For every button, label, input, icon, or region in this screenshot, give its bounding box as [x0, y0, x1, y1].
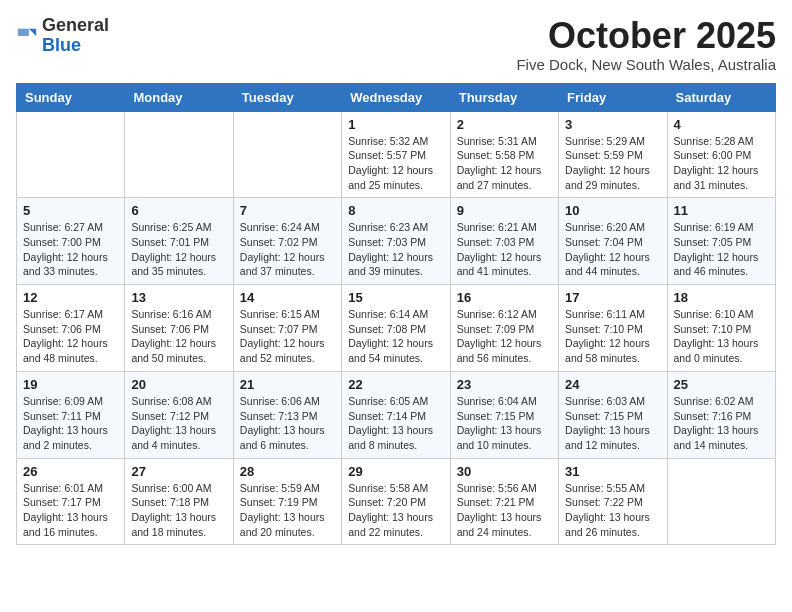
- day-detail: Sunrise: 6:19 AM Sunset: 7:05 PM Dayligh…: [674, 220, 769, 279]
- day-number: 16: [457, 290, 552, 305]
- day-detail: Sunrise: 5:55 AM Sunset: 7:22 PM Dayligh…: [565, 481, 660, 540]
- calendar-cell: 26Sunrise: 6:01 AM Sunset: 7:17 PM Dayli…: [17, 458, 125, 545]
- day-detail: Sunrise: 5:59 AM Sunset: 7:19 PM Dayligh…: [240, 481, 335, 540]
- logo-text: General Blue: [42, 16, 109, 56]
- calendar-cell: [125, 111, 233, 198]
- day-number: 4: [674, 117, 769, 132]
- calendar-cell: 25Sunrise: 6:02 AM Sunset: 7:16 PM Dayli…: [667, 371, 775, 458]
- day-number: 26: [23, 464, 118, 479]
- day-detail: Sunrise: 6:11 AM Sunset: 7:10 PM Dayligh…: [565, 307, 660, 366]
- day-detail: Sunrise: 6:15 AM Sunset: 7:07 PM Dayligh…: [240, 307, 335, 366]
- day-detail: Sunrise: 6:20 AM Sunset: 7:04 PM Dayligh…: [565, 220, 660, 279]
- calendar-cell: 4Sunrise: 5:28 AM Sunset: 6:00 PM Daylig…: [667, 111, 775, 198]
- day-detail: Sunrise: 6:21 AM Sunset: 7:03 PM Dayligh…: [457, 220, 552, 279]
- calendar-cell: 21Sunrise: 6:06 AM Sunset: 7:13 PM Dayli…: [233, 371, 341, 458]
- day-detail: Sunrise: 5:31 AM Sunset: 5:58 PM Dayligh…: [457, 134, 552, 193]
- calendar-cell: [667, 458, 775, 545]
- day-detail: Sunrise: 5:56 AM Sunset: 7:21 PM Dayligh…: [457, 481, 552, 540]
- day-number: 12: [23, 290, 118, 305]
- day-detail: Sunrise: 6:10 AM Sunset: 7:10 PM Dayligh…: [674, 307, 769, 366]
- calendar-cell: 13Sunrise: 6:16 AM Sunset: 7:06 PM Dayli…: [125, 285, 233, 372]
- day-number: 6: [131, 203, 226, 218]
- day-number: 7: [240, 203, 335, 218]
- calendar-cell: 19Sunrise: 6:09 AM Sunset: 7:11 PM Dayli…: [17, 371, 125, 458]
- day-number: 24: [565, 377, 660, 392]
- day-detail: Sunrise: 6:14 AM Sunset: 7:08 PM Dayligh…: [348, 307, 443, 366]
- logo-icon: [16, 25, 38, 47]
- day-number: 15: [348, 290, 443, 305]
- week-row-5: 26Sunrise: 6:01 AM Sunset: 7:17 PM Dayli…: [17, 458, 776, 545]
- calendar-cell: 31Sunrise: 5:55 AM Sunset: 7:22 PM Dayli…: [559, 458, 667, 545]
- day-detail: Sunrise: 6:03 AM Sunset: 7:15 PM Dayligh…: [565, 394, 660, 453]
- calendar-cell: 8Sunrise: 6:23 AM Sunset: 7:03 PM Daylig…: [342, 198, 450, 285]
- day-number: 1: [348, 117, 443, 132]
- calendar-cell: 30Sunrise: 5:56 AM Sunset: 7:21 PM Dayli…: [450, 458, 558, 545]
- day-detail: Sunrise: 6:23 AM Sunset: 7:03 PM Dayligh…: [348, 220, 443, 279]
- calendar-cell: [233, 111, 341, 198]
- calendar-cell: 20Sunrise: 6:08 AM Sunset: 7:12 PM Dayli…: [125, 371, 233, 458]
- month-title: October 2025: [516, 16, 776, 56]
- day-number: 17: [565, 290, 660, 305]
- day-detail: Sunrise: 6:24 AM Sunset: 7:02 PM Dayligh…: [240, 220, 335, 279]
- day-detail: Sunrise: 6:05 AM Sunset: 7:14 PM Dayligh…: [348, 394, 443, 453]
- week-row-4: 19Sunrise: 6:09 AM Sunset: 7:11 PM Dayli…: [17, 371, 776, 458]
- calendar-cell: 22Sunrise: 6:05 AM Sunset: 7:14 PM Dayli…: [342, 371, 450, 458]
- weekday-header-wednesday: Wednesday: [342, 83, 450, 111]
- day-number: 11: [674, 203, 769, 218]
- logo: General Blue: [16, 16, 109, 56]
- day-number: 21: [240, 377, 335, 392]
- calendar-cell: 16Sunrise: 6:12 AM Sunset: 7:09 PM Dayli…: [450, 285, 558, 372]
- weekday-header-tuesday: Tuesday: [233, 83, 341, 111]
- logo-blue: Blue: [42, 35, 81, 55]
- calendar-cell: 6Sunrise: 6:25 AM Sunset: 7:01 PM Daylig…: [125, 198, 233, 285]
- day-detail: Sunrise: 5:28 AM Sunset: 6:00 PM Dayligh…: [674, 134, 769, 193]
- day-number: 13: [131, 290, 226, 305]
- calendar-cell: 18Sunrise: 6:10 AM Sunset: 7:10 PM Dayli…: [667, 285, 775, 372]
- day-number: 20: [131, 377, 226, 392]
- calendar: SundayMondayTuesdayWednesdayThursdayFrid…: [16, 83, 776, 546]
- svg-rect-1: [18, 28, 29, 35]
- day-detail: Sunrise: 6:04 AM Sunset: 7:15 PM Dayligh…: [457, 394, 552, 453]
- location: Five Dock, New South Wales, Australia: [516, 56, 776, 73]
- day-detail: Sunrise: 5:29 AM Sunset: 5:59 PM Dayligh…: [565, 134, 660, 193]
- day-number: 5: [23, 203, 118, 218]
- logo-general: General: [42, 15, 109, 35]
- day-number: 19: [23, 377, 118, 392]
- day-detail: Sunrise: 6:00 AM Sunset: 7:18 PM Dayligh…: [131, 481, 226, 540]
- day-number: 25: [674, 377, 769, 392]
- calendar-cell: 28Sunrise: 5:59 AM Sunset: 7:19 PM Dayli…: [233, 458, 341, 545]
- calendar-cell: 11Sunrise: 6:19 AM Sunset: 7:05 PM Dayli…: [667, 198, 775, 285]
- day-number: 2: [457, 117, 552, 132]
- day-number: 8: [348, 203, 443, 218]
- calendar-cell: 5Sunrise: 6:27 AM Sunset: 7:00 PM Daylig…: [17, 198, 125, 285]
- calendar-cell: 9Sunrise: 6:21 AM Sunset: 7:03 PM Daylig…: [450, 198, 558, 285]
- day-number: 23: [457, 377, 552, 392]
- day-detail: Sunrise: 6:12 AM Sunset: 7:09 PM Dayligh…: [457, 307, 552, 366]
- calendar-cell: 29Sunrise: 5:58 AM Sunset: 7:20 PM Dayli…: [342, 458, 450, 545]
- day-detail: Sunrise: 5:58 AM Sunset: 7:20 PM Dayligh…: [348, 481, 443, 540]
- svg-marker-0: [29, 28, 36, 35]
- day-number: 14: [240, 290, 335, 305]
- day-number: 27: [131, 464, 226, 479]
- day-detail: Sunrise: 6:06 AM Sunset: 7:13 PM Dayligh…: [240, 394, 335, 453]
- week-row-3: 12Sunrise: 6:17 AM Sunset: 7:06 PM Dayli…: [17, 285, 776, 372]
- day-detail: Sunrise: 6:09 AM Sunset: 7:11 PM Dayligh…: [23, 394, 118, 453]
- calendar-cell: 23Sunrise: 6:04 AM Sunset: 7:15 PM Dayli…: [450, 371, 558, 458]
- weekday-header-friday: Friday: [559, 83, 667, 111]
- day-detail: Sunrise: 6:01 AM Sunset: 7:17 PM Dayligh…: [23, 481, 118, 540]
- title-block: October 2025 Five Dock, New South Wales,…: [516, 16, 776, 73]
- day-detail: Sunrise: 6:17 AM Sunset: 7:06 PM Dayligh…: [23, 307, 118, 366]
- day-detail: Sunrise: 6:02 AM Sunset: 7:16 PM Dayligh…: [674, 394, 769, 453]
- day-number: 3: [565, 117, 660, 132]
- calendar-cell: 17Sunrise: 6:11 AM Sunset: 7:10 PM Dayli…: [559, 285, 667, 372]
- weekday-header-sunday: Sunday: [17, 83, 125, 111]
- calendar-cell: 3Sunrise: 5:29 AM Sunset: 5:59 PM Daylig…: [559, 111, 667, 198]
- day-number: 22: [348, 377, 443, 392]
- calendar-cell: 27Sunrise: 6:00 AM Sunset: 7:18 PM Dayli…: [125, 458, 233, 545]
- day-detail: Sunrise: 6:16 AM Sunset: 7:06 PM Dayligh…: [131, 307, 226, 366]
- weekday-header-monday: Monday: [125, 83, 233, 111]
- weekday-header-saturday: Saturday: [667, 83, 775, 111]
- day-number: 29: [348, 464, 443, 479]
- weekday-header-thursday: Thursday: [450, 83, 558, 111]
- calendar-cell: [17, 111, 125, 198]
